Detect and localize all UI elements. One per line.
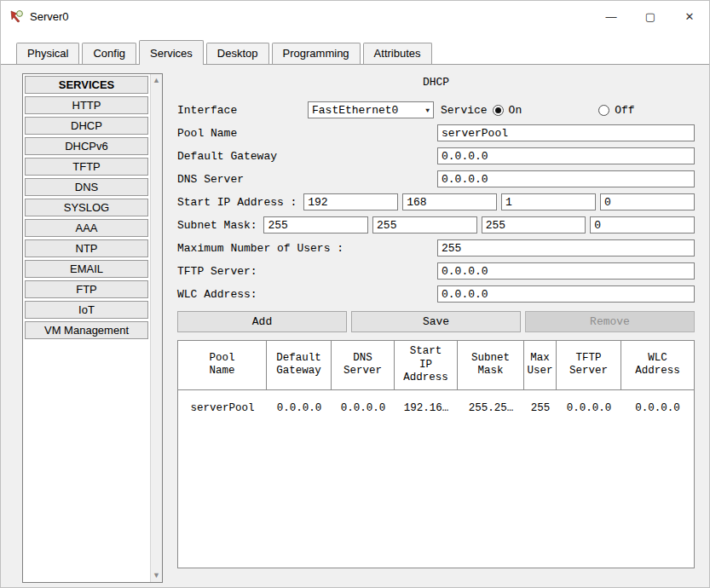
subnet-mask-octet-1[interactable] xyxy=(263,216,368,233)
remove-button[interactable]: Remove xyxy=(525,311,695,332)
sidebar-item-http[interactable]: HTTP xyxy=(25,96,148,114)
table-header-start-ip: Start IP Address xyxy=(395,341,458,389)
server-window: Server0 — ▢ ✕ Physical Config Services D… xyxy=(0,0,710,588)
window-controls: — ▢ ✕ xyxy=(592,1,709,32)
service-on-radio[interactable]: On xyxy=(493,104,522,117)
table-header-wlc-address: WLC Address xyxy=(621,341,694,389)
table-cell-max-user: 255 xyxy=(524,402,557,414)
table-header-dns-server: DNS Server xyxy=(332,341,395,389)
service-off-label: Off xyxy=(615,104,634,117)
tab-physical[interactable]: Physical xyxy=(16,43,79,64)
sidebar-item-dhcpv6[interactable]: DHCPv6 xyxy=(25,137,148,155)
max-users-label: Maximum Number of Users : xyxy=(177,242,437,255)
tab-programming[interactable]: Programming xyxy=(272,43,361,64)
window-title: Server0 xyxy=(30,10,69,23)
table-cell-wlc-address: 0.0.0.0 xyxy=(621,402,694,414)
dhcp-panel: DHCP Interface FastEthernet0 ▼ Service O… xyxy=(177,76,695,568)
sidebar-item-syslog[interactable]: SYSLOG xyxy=(25,199,148,216)
chevron-down-icon: ▼ xyxy=(425,107,430,114)
sidebar-item-ntp[interactable]: NTP xyxy=(25,239,148,257)
sidebar-item-dns[interactable]: DNS xyxy=(25,178,148,196)
dhcp-pools-table: Pool Name Default Gateway DNS Server Sta… xyxy=(177,340,695,568)
max-users-input[interactable] xyxy=(437,239,695,257)
table-cell-tftp-server: 0.0.0.0 xyxy=(557,402,621,414)
tab-config[interactable]: Config xyxy=(82,43,136,64)
packet-tracer-app-icon xyxy=(9,9,24,24)
sidebar-scrollbar[interactable]: ▲ ▼ xyxy=(150,74,162,582)
scroll-up-icon[interactable]: ▲ xyxy=(153,74,160,87)
default-gateway-input[interactable] xyxy=(437,147,695,164)
services-sidebar: SERVICES HTTP DHCP DHCPv6 TFTP DNS SYSLO… xyxy=(22,73,163,583)
action-buttons: Add Save Remove xyxy=(177,311,695,332)
start-ip-octet-4[interactable] xyxy=(600,193,695,210)
default-gateway-label: Default Gateway xyxy=(177,150,437,163)
wlc-address-input[interactable] xyxy=(437,285,695,303)
start-ip-label: Start IP Address : xyxy=(177,196,303,209)
tab-services[interactable]: Services xyxy=(139,40,204,65)
sidebar-item-iot[interactable]: IoT xyxy=(25,301,148,319)
tab-bar: Physical Config Services Desktop Program… xyxy=(1,32,709,65)
sidebar-item-vm-management[interactable]: VM Management xyxy=(25,321,148,339)
sidebar-item-tftp[interactable]: TFTP xyxy=(25,158,148,176)
interface-label: Interface xyxy=(177,104,306,117)
sidebar-item-ftp[interactable]: FTP xyxy=(25,280,148,298)
table-row[interactable]: serverPool 0.0.0.0 0.0.0.0 192.16… 255.2… xyxy=(178,390,694,414)
start-ip-octet-2[interactable] xyxy=(402,193,497,210)
service-label: Service xyxy=(441,104,488,117)
tab-attributes[interactable]: Attributes xyxy=(363,43,432,64)
close-icon[interactable]: ✕ xyxy=(670,1,709,32)
dns-server-label: DNS Server xyxy=(177,173,437,186)
sidebar-item-email[interactable]: EMAIL xyxy=(25,260,148,278)
wlc-address-label: WLC Address: xyxy=(177,288,437,301)
table-header-tftp-server: TFTP Server xyxy=(557,341,621,389)
table-cell-default-gateway: 0.0.0.0 xyxy=(267,402,332,414)
sidebar-item-dhcp[interactable]: DHCP xyxy=(25,117,148,135)
subnet-mask-label: Subnet Mask: xyxy=(177,219,263,232)
titlebar: Server0 — ▢ ✕ xyxy=(1,1,709,32)
scroll-down-icon[interactable]: ▼ xyxy=(153,569,160,582)
add-button[interactable]: Add xyxy=(177,311,347,332)
table-header-subnet-mask: Subnet Mask xyxy=(458,341,524,389)
radio-off-icon xyxy=(598,105,609,116)
table-header-pool-name: Pool Name xyxy=(178,341,267,389)
minimize-icon[interactable]: — xyxy=(592,1,631,32)
interface-selected-value: FastEthernet0 xyxy=(312,104,398,117)
tab-desktop[interactable]: Desktop xyxy=(206,43,269,64)
service-off-radio[interactable]: Off xyxy=(598,104,634,117)
table-cell-dns-server: 0.0.0.0 xyxy=(332,402,395,414)
subnet-mask-octet-3[interactable] xyxy=(482,216,586,233)
pool-name-label: Pool Name xyxy=(177,127,437,140)
pool-name-input[interactable] xyxy=(437,124,695,141)
subnet-mask-octet-4[interactable] xyxy=(590,216,695,233)
save-button[interactable]: Save xyxy=(351,311,521,332)
start-ip-octet-1[interactable] xyxy=(303,193,398,210)
tftp-server-label: TFTP Server: xyxy=(177,265,437,278)
tftp-server-input[interactable] xyxy=(437,262,695,280)
interface-select[interactable]: FastEthernet0 ▼ xyxy=(308,101,434,118)
table-cell-subnet-mask: 255.25… xyxy=(458,402,524,414)
services-list: SERVICES HTTP DHCP DHCPv6 TFTP DNS SYSLO… xyxy=(25,76,148,342)
service-on-label: On xyxy=(509,104,522,117)
dns-server-input[interactable] xyxy=(437,170,695,187)
table-cell-pool-name: serverPool xyxy=(178,402,267,414)
sidebar-header-services: SERVICES xyxy=(25,76,148,94)
table-header-default-gateway: Default Gateway xyxy=(267,341,332,389)
table-header-row: Pool Name Default Gateway DNS Server Sta… xyxy=(178,341,694,390)
radio-on-icon xyxy=(493,105,504,116)
table-cell-start-ip: 192.16… xyxy=(395,402,458,414)
maximize-icon[interactable]: ▢ xyxy=(631,1,670,32)
panel-title: DHCP xyxy=(177,76,695,89)
table-header-max-user: Max User xyxy=(524,341,557,389)
subnet-mask-octet-2[interactable] xyxy=(372,216,477,233)
start-ip-octet-3[interactable] xyxy=(501,193,596,210)
sidebar-item-aaa[interactable]: AAA xyxy=(25,219,148,237)
